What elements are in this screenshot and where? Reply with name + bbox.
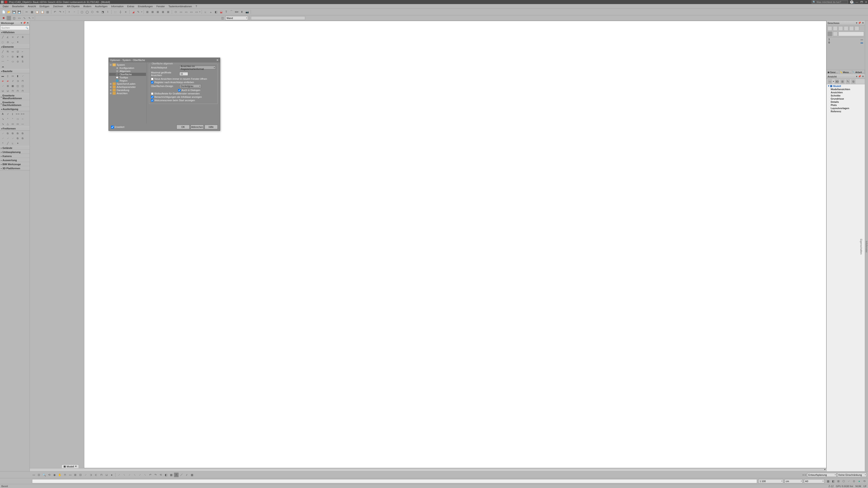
cancel-button[interactable]: Abbrechen	[191, 125, 204, 129]
lbl-notif: Benachrichtigungen als Infoblase anzeige…	[154, 96, 202, 98]
chk-color[interactable]	[151, 81, 153, 84]
chk-dialogs[interactable]	[178, 89, 181, 92]
chk-newwin[interactable]	[151, 78, 153, 80]
monitor-icon: 🖵	[116, 73, 119, 76]
lbl-welcome: Welcomescreen beim Start anzeigen	[154, 99, 195, 102]
globe-icon: 🌐	[116, 79, 119, 82]
dialog-content: Oberfläche allgemein Ansichtslayout Ansi…	[147, 62, 220, 123]
lbl-scroll: Bildlaufleiste für Grafikfenster verwend…	[154, 92, 200, 95]
chk-welcome[interactable]	[151, 99, 153, 102]
chk-scroll[interactable]	[151, 92, 153, 95]
tree-konfig[interactable]: ⚙Konfiguration	[109, 66, 146, 70]
lbl-dialogs: Auch in Dialogen	[182, 89, 200, 92]
folder-icon	[113, 86, 116, 88]
options-dialog: Optionen - System - Oberfläche ✕ ⊟System…	[108, 58, 220, 131]
dialog-tree: ⊟System ⚙Konfiguration ☰Allgemein 🖵Oberf…	[109, 62, 147, 123]
gear-icon: ⚙	[116, 67, 119, 69]
dialog-close-icon[interactable]: ✕	[216, 59, 219, 62]
tree-tooltips[interactable]: 💬Tooltips	[109, 76, 146, 79]
help-button[interactable]: Hilfe	[205, 125, 218, 129]
lbl-newwin: Neue Ansichten immer in neuem Fenster öf…	[154, 77, 207, 80]
list-icon: ☰	[116, 70, 119, 72]
tree-darstellung[interactable]: ⊞Darstellung	[109, 89, 146, 92]
lbl-layout: Ansichtslayout	[151, 66, 178, 69]
chk-erweitert[interactable]	[111, 126, 114, 129]
ok-button[interactable]: OK	[177, 125, 190, 129]
dialog-title: Optionen - System - Oberfläche	[110, 59, 145, 61]
design-combo[interactable]: Dunkelgrau	[180, 84, 201, 88]
bubble-icon: 💬	[116, 76, 119, 79]
lbl-erweitert: Erweitert	[115, 126, 124, 128]
folder-icon	[113, 83, 116, 85]
tree-ansichten[interactable]: ⊞Ansichten	[109, 92, 146, 95]
tree-arbeitsparam[interactable]: ⊞Arbeitsparameter	[109, 86, 146, 89]
group-title: Oberfläche allgemein	[151, 62, 174, 65]
folder-icon	[113, 89, 116, 92]
tree-system[interactable]: ⊟System	[109, 63, 146, 66]
tree-allgemein[interactable]: ☰Allgemein	[109, 70, 146, 73]
layout-combo[interactable]: Ansichten im Registerkartenformat	[180, 66, 216, 69]
folder-open-icon	[113, 64, 116, 66]
tree-region[interactable]: 🌐Region	[109, 79, 146, 82]
lbl-design: Oberflächen-Design	[151, 85, 178, 88]
dialog-title-bar[interactable]: Optionen - System - Oberfläche ✕	[109, 58, 220, 62]
chk-notif[interactable]	[151, 96, 153, 98]
tree-speichern[interactable]: ⊞Speichern/Laden	[109, 82, 146, 86]
tree-oberflaeche[interactable]: 🖵Oberfläche	[109, 73, 146, 76]
folder-icon	[113, 92, 116, 95]
maxopen-input[interactable]	[180, 72, 188, 76]
lbl-maxopen: Maximal geöffnete Ansichten	[151, 71, 178, 76]
lbl-color: Register nach Ansichtstyp einfärben	[154, 81, 194, 84]
dialog-footer: Erweitert OK Abbrechen Hilfe	[109, 123, 220, 131]
